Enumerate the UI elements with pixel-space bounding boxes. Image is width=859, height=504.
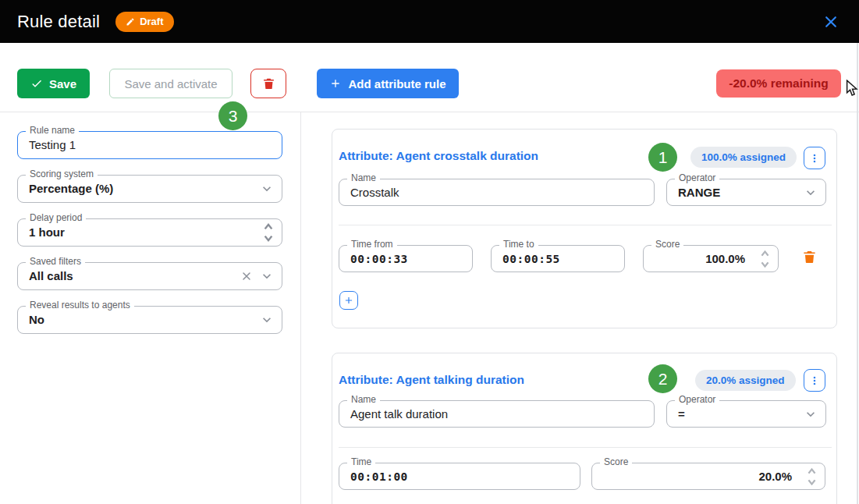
assigned-percentage-chip: 100.0% assigned <box>690 147 797 168</box>
time-field[interactable]: Time 00:01:00 <box>339 463 580 490</box>
annotation-circle-1: 1 <box>648 143 677 172</box>
close-button[interactable] <box>820 11 842 33</box>
toolbar-divider <box>0 112 859 112</box>
delay-period-value: 1 hour <box>18 219 282 246</box>
score-label: Score <box>651 239 683 250</box>
time-to-field[interactable]: Time to 00:00:55 <box>491 245 625 272</box>
save-and-activate-button[interactable]: Save and activate <box>109 69 232 98</box>
chevron-down-icon <box>803 406 818 422</box>
card-menu-button[interactable] <box>804 147 825 169</box>
chevron-down-icon <box>259 181 275 197</box>
annotation-number: 3 <box>229 107 238 126</box>
rule-name-value: Testing 1 <box>18 132 282 158</box>
saved-filters-adornments <box>240 268 275 284</box>
chevron-down-icon <box>803 185 818 201</box>
score-value: 100.0% <box>644 246 778 272</box>
mouse-cursor <box>846 80 858 97</box>
score-field[interactable]: Score 20.0% <box>591 463 825 490</box>
score-value: 20.0% <box>592 463 825 490</box>
add-attribute-rule-button[interactable]: Add attribute rule <box>317 69 459 98</box>
chevron-down-icon <box>259 268 275 284</box>
attribute-name-label: Name <box>347 172 380 183</box>
stepper-arrows-icon[interactable] <box>759 249 771 268</box>
clear-icon[interactable] <box>240 270 253 282</box>
attribute-card-talking: Attribute: Agent talking duration 20.0% … <box>332 353 837 504</box>
rule-name-label: Rule name <box>26 125 79 136</box>
operator-select[interactable]: Operator RANGE <box>666 179 826 206</box>
assigned-percentage-label: 100.0% assigned <box>701 151 786 163</box>
scoring-system-select[interactable]: Scoring system Percentage (%) <box>17 175 282 203</box>
pencil-icon <box>126 17 135 27</box>
delete-row-button[interactable] <box>802 249 817 264</box>
time-value: 00:01:00 <box>339 463 580 490</box>
attribute-name-value: Crosstalk <box>339 179 654 206</box>
reveal-results-select[interactable]: Reveal results to agents No <box>17 306 282 334</box>
kebab-icon <box>809 152 820 165</box>
score-field[interactable]: Score 100.0% <box>643 245 779 272</box>
attribute-name-field[interactable]: Name Agent talk duration <box>339 400 655 428</box>
attribute-name-field[interactable]: Name Crosstalk <box>339 179 655 206</box>
add-attribute-rule-label: Add attribute rule <box>348 77 445 91</box>
trash-icon <box>262 76 275 91</box>
rule-detail-modal: Rule detail Draft Save Save and activate <box>0 0 859 504</box>
annotation-number: 1 <box>658 148 668 167</box>
close-icon <box>823 14 839 30</box>
rule-name-field[interactable]: Rule name Testing 1 <box>17 131 282 159</box>
status-badge-label: Draft <box>140 16 163 27</box>
save-button[interactable]: Save <box>17 69 90 98</box>
attribute-name-label: Name <box>347 394 380 405</box>
annotation-circle-2: 2 <box>648 364 677 393</box>
saved-filters-select[interactable]: Saved filters All calls <box>17 262 282 290</box>
delete-rule-button[interactable] <box>250 69 286 98</box>
attribute-card-crosstalk: Attribute: Agent crosstalk duration 100.… <box>332 129 837 328</box>
panel-divider <box>300 112 301 504</box>
reveal-results-value: No <box>18 307 282 333</box>
scoring-system-value: Percentage (%) <box>18 176 282 202</box>
chevron-down-icon <box>259 312 275 328</box>
saved-filters-label: Saved filters <box>26 256 85 267</box>
plus-icon <box>329 77 342 90</box>
attribute-name-value: Agent talk duration <box>339 401 654 428</box>
status-badge: Draft <box>115 12 173 32</box>
plus-icon <box>343 295 354 306</box>
time-label: Time <box>347 456 375 467</box>
remaining-percentage-badge: -20.0% remaining <box>716 69 841 98</box>
stepper-arrows-icon[interactable] <box>262 222 275 243</box>
time-to-value: 00:00:55 <box>492 246 624 272</box>
modal-header: Rule detail Draft <box>0 0 859 43</box>
card-divider <box>339 447 832 448</box>
card-menu-button[interactable] <box>804 369 825 392</box>
time-to-label: Time to <box>499 239 538 250</box>
time-from-label: Time from <box>347 239 397 250</box>
operator-label: Operator <box>675 394 719 405</box>
check-icon <box>30 77 43 90</box>
modal-right-edge <box>857 43 858 504</box>
delay-period-stepper[interactable]: Delay period 1 hour <box>17 218 282 247</box>
reveal-results-label: Reveal results to agents <box>26 300 134 311</box>
delay-period-label: Delay period <box>26 212 86 223</box>
save-and-activate-label: Save and activate <box>124 77 217 91</box>
operator-value: = <box>667 401 825 428</box>
attribute-card-title: Attribute: Agent talking duration <box>339 373 524 387</box>
assigned-percentage-label: 20.0% assigned <box>706 374 785 386</box>
assigned-percentage-chip: 20.0% assigned <box>695 370 796 391</box>
time-from-value: 00:00:33 <box>339 246 472 272</box>
attribute-card-title: Attribute: Agent crosstalk duration <box>339 149 538 163</box>
stepper-arrows-icon[interactable] <box>806 467 818 486</box>
scoring-system-label: Scoring system <box>26 169 98 179</box>
save-button-label: Save <box>49 77 76 91</box>
score-label: Score <box>600 456 632 467</box>
remaining-percentage-label: -20.0% remaining <box>729 76 829 91</box>
page-title: Rule detail <box>17 12 100 32</box>
card-divider <box>339 225 832 225</box>
operator-value: RANGE <box>667 179 825 206</box>
kebab-icon <box>809 374 820 387</box>
add-row-button[interactable] <box>339 291 358 310</box>
annotation-circle-3: 3 <box>218 101 247 130</box>
annotation-number: 2 <box>658 370 668 389</box>
operator-label: Operator <box>675 172 719 183</box>
time-from-field[interactable]: Time from 00:00:33 <box>339 245 473 272</box>
operator-select[interactable]: Operator = <box>666 400 826 428</box>
